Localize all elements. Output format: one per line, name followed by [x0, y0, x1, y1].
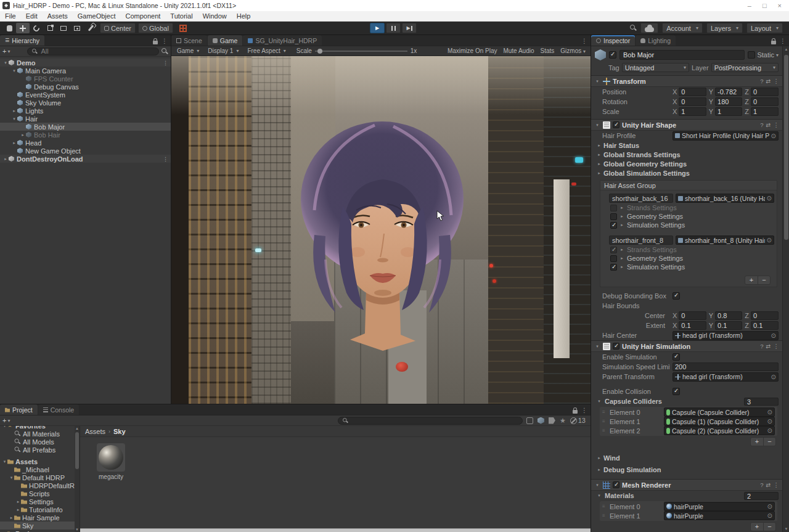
mesh-renderer-component-header[interactable]: ▾ Mesh Renderer ? ⇄ ⋮: [591, 479, 782, 491]
object-picker-icon[interactable]: ⊙: [767, 237, 772, 243]
gameobject-icon[interactable]: [595, 49, 606, 60]
project-folder-tutorialinfo[interactable]: ▸TutorialInfo: [0, 505, 80, 514]
simulation-speed-field[interactable]: 200: [672, 362, 779, 371]
layout-dropdown[interactable]: Layout ▾: [746, 23, 783, 33]
foldout-icon[interactable]: ▾: [2, 60, 9, 65]
pivot-toggle-button[interactable]: Center: [100, 23, 136, 33]
hierarchy-item-hair[interactable]: ▾Hair: [0, 115, 171, 123]
tab-inspector[interactable]: Inspector: [591, 35, 635, 46]
project-folder-default-hdrp[interactable]: ▾Default HDRP: [0, 473, 80, 481]
hair-asset-name-field[interactable]: shorthair_front_8: [609, 235, 673, 245]
menu-tutorial[interactable]: Tutorial: [165, 11, 197, 21]
simulation-settings-checkbox[interactable]: [610, 264, 617, 271]
cloud-button[interactable]: [640, 23, 658, 33]
project-folder-assets[interactable]: ▾Assets: [0, 457, 80, 465]
scene-menu-icon[interactable]: ⋮: [163, 60, 168, 66]
create-asset-button[interactable]: + ▾: [2, 417, 10, 424]
hierarchy-item-debug-canvas[interactable]: Debug Canvas: [0, 83, 171, 91]
pause-button[interactable]: [386, 23, 401, 33]
capsule-count-field[interactable]: 3: [744, 398, 779, 406]
component-enabled-checkbox[interactable]: [613, 343, 619, 350]
strands-settings-checkbox[interactable]: [610, 247, 617, 253]
remove-button[interactable]: −: [763, 438, 775, 446]
component-menu-icon[interactable]: ⋮: [774, 481, 780, 488]
scrollbar-thumb[interactable]: [784, 55, 788, 240]
hierarchy-item-dontdestroyonload[interactable]: ▸DontDestroyOnLoad⋮: [0, 155, 171, 163]
rotation-y-field[interactable]: 180: [715, 97, 742, 106]
maximize-button[interactable]: □: [762, 2, 767, 9]
object-picker-icon[interactable]: ⊙: [767, 409, 772, 415]
object-field[interactable]: hairPurple⊙: [664, 511, 775, 520]
add-button[interactable]: +: [751, 523, 763, 531]
hierarchy-item-fps-counter[interactable]: FPS Counter: [0, 75, 171, 83]
hair-shape-component-header[interactable]: ▾ Unity Hair Shape ? ⇄ ⋮: [591, 119, 782, 131]
component-enabled-checkbox[interactable]: [613, 481, 619, 488]
extent-y-field[interactable]: 0.1: [715, 321, 742, 330]
object-picker-icon[interactable]: ⊙: [771, 133, 776, 139]
drag-handle-icon[interactable]: ≡: [602, 504, 607, 509]
active-checkbox[interactable]: [609, 51, 616, 59]
add-button[interactable]: +: [745, 276, 758, 284]
wind-foldout[interactable]: ▸ Wind: [591, 453, 782, 462]
hair-asset-group-title[interactable]: Hair Asset Group: [600, 181, 777, 190]
transform-component-header[interactable]: ▾ Transform ? ⇄ ⋮: [591, 75, 782, 87]
aspect-ratio-dropdown[interactable]: Free Aspect ▾: [244, 47, 288, 55]
scale-z-field[interactable]: 1: [751, 107, 779, 116]
hierarchy-item-new-game-object[interactable]: New Game Object: [0, 147, 171, 155]
foldout-icon[interactable]: ▸: [20, 133, 26, 137]
materials-header[interactable]: ▾ Materials 2: [591, 491, 782, 501]
foldout-icon[interactable]: ▾: [11, 117, 17, 121]
foldout-global-geometry-settings[interactable]: ▸Global Geometry Settings: [591, 159, 782, 168]
menu-component[interactable]: Component: [120, 11, 165, 21]
menu-help[interactable]: Help: [232, 11, 256, 21]
menu-file[interactable]: File: [0, 11, 21, 21]
add-button[interactable]: +: [751, 438, 763, 446]
preset-icon[interactable]: ⇄: [766, 481, 771, 488]
foldout-icon[interactable]: ▾: [594, 344, 600, 349]
foldout-icon[interactable]: ▸: [11, 141, 17, 145]
foldout-icon[interactable]: ▸: [15, 507, 21, 512]
list-item-element-0[interactable]: ≡Element 0Capsule (Capsule Collider)⊙: [601, 407, 776, 417]
center-z-field[interactable]: 0: [751, 311, 779, 320]
setting-strands-settings[interactable]: ▸Strands Settings: [600, 245, 777, 254]
breadcrumb-sky[interactable]: Sky: [113, 428, 126, 435]
drag-handle-icon[interactable]: ≡: [602, 419, 607, 424]
project-folder-packages[interactable]: ▸Packages: [0, 530, 80, 532]
object-picker-icon[interactable]: ⊙: [767, 503, 772, 510]
step-button[interactable]: ▶: [402, 23, 417, 33]
extent-x-field[interactable]: 0.1: [679, 321, 706, 330]
drag-handle-icon[interactable]: ≡: [602, 409, 607, 415]
remove-button[interactable]: −: [758, 276, 770, 284]
create-object-button[interactable]: + ▾: [2, 47, 10, 55]
hierarchy-search-input[interactable]: All: [27, 47, 159, 55]
setting-geometry-settings[interactable]: ▸Geometry Settings: [600, 254, 777, 263]
position-x-field[interactable]: 0: [679, 88, 706, 96]
object-field[interactable]: Capsule (2) (Capsule Collider)⊙: [664, 426, 775, 435]
scroll-up-icon[interactable]: ▲: [75, 427, 80, 430]
help-icon[interactable]: ?: [760, 481, 763, 488]
project-folder-all-models[interactable]: All Models: [0, 438, 80, 446]
scene-menu-icon[interactable]: ⋮: [163, 156, 168, 162]
tab-sg-unityhair-hdrp[interactable]: SG_UnityHair_HDRP: [243, 35, 322, 46]
lock-icon[interactable]: [771, 41, 776, 44]
scrollbar-thumb[interactable]: [75, 432, 79, 469]
foldout-icon[interactable]: ▸: [2, 157, 9, 162]
layer-dropdown[interactable]: PostProcessing ▾: [711, 63, 779, 72]
strands-settings-checkbox[interactable]: [610, 205, 617, 211]
hierarchy-item-bob-hair[interactable]: ▸Bob Hair: [0, 131, 171, 139]
preset-icon[interactable]: ⇄: [766, 121, 771, 128]
panel-menu-icon[interactable]: ⋮: [581, 407, 587, 414]
debug-simulation-foldout[interactable]: ▸ Debug Simulation: [591, 465, 782, 474]
foldout-icon[interactable]: ▾: [2, 459, 7, 464]
project-folder-michael[interactable]: _Michael: [0, 465, 80, 473]
object-picker-icon[interactable]: ⊙: [767, 195, 772, 202]
hidden-packages-counter[interactable]: 13: [570, 417, 586, 424]
project-folder-all-materials[interactable]: All Materials: [0, 430, 80, 438]
horizontal-scrollbar[interactable]: [80, 528, 591, 532]
search-preset-icon[interactable]: [161, 48, 168, 55]
display-mode-dropdown[interactable]: Game ▾: [174, 47, 202, 55]
capsule-colliders-header[interactable]: ▾ Capsule Colliders 3: [591, 396, 782, 406]
rotation-x-field[interactable]: 0: [679, 97, 706, 106]
hair-asset-object-field[interactable]: shorthair_front_8 (Unity Hair Asset)⊙: [676, 235, 774, 245]
stats-toggle[interactable]: Stats: [541, 47, 555, 54]
